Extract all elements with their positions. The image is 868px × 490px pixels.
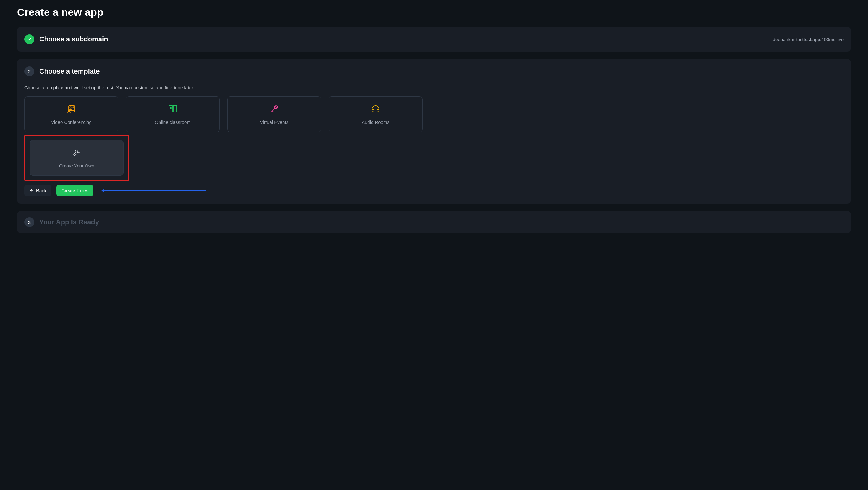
create-roles-button[interactable]: Create Roles (56, 185, 93, 196)
step-ready-card: 3 Your App Is Ready (17, 211, 851, 233)
template-label: Video Conferencing (51, 120, 92, 125)
actions-row: Back Create Roles (24, 185, 844, 196)
book-icon (168, 104, 178, 114)
step-subdomain-card: Choose a subdomain deepankar-testtest.ap… (17, 27, 851, 52)
step-subdomain-header: Choose a subdomain deepankar-testtest.ap… (24, 34, 844, 44)
arrow-head-icon (101, 189, 104, 193)
template-online-classroom[interactable]: Online classroom (126, 96, 220, 132)
svg-line-12 (275, 106, 277, 108)
page-title: Create a new app (17, 6, 851, 18)
step-template-header-left: 2 Choose a template (24, 66, 100, 76)
step-ready-title: Your App Is Ready (39, 218, 99, 226)
arrow-line (104, 190, 207, 191)
video-conferencing-icon (66, 104, 76, 114)
step-template-card: 2 Choose a template Choose a template an… (17, 59, 851, 204)
back-button[interactable]: Back (24, 185, 51, 196)
check-icon (24, 34, 34, 44)
step-subdomain-header-left: Choose a subdomain (24, 34, 108, 44)
template-label: Audio Rooms (362, 120, 390, 125)
step-template-description: Choose a template and we'll set up the r… (24, 85, 844, 90)
template-label: Online classroom (155, 120, 191, 125)
template-virtual-events[interactable]: Virtual Events (227, 96, 321, 132)
create-roles-button-label: Create Roles (61, 188, 88, 193)
template-audio-rooms[interactable]: Audio Rooms (329, 96, 423, 132)
headphones-icon (371, 104, 380, 114)
back-button-label: Back (36, 188, 46, 193)
step-number-badge: 2 (24, 66, 34, 76)
template-label: Virtual Events (260, 120, 288, 125)
microphone-icon (269, 104, 279, 114)
template-video-conferencing[interactable]: Video Conferencing (24, 96, 118, 132)
svg-point-1 (70, 107, 71, 108)
arrow-left-icon (29, 189, 34, 193)
step-template-header: 2 Choose a template (24, 66, 844, 76)
step-ready-header-left: 3 Your App Is Ready (24, 217, 99, 227)
template-label: Create Your Own (59, 163, 94, 168)
arrow-annotation (101, 189, 207, 193)
template-create-your-own[interactable]: Create Your Own (30, 140, 124, 176)
wrench-icon (72, 148, 82, 158)
step-number-badge: 3 (24, 217, 34, 227)
highlight-annotation: Create Your Own (24, 135, 129, 181)
step-template-title: Choose a template (39, 67, 100, 75)
templates-grid: Video Conferencing Online classroom (24, 96, 844, 132)
step-subdomain-title: Choose a subdomain (39, 35, 108, 43)
subdomain-value: deepankar-testtest.app.100ms.live (773, 37, 844, 42)
svg-point-2 (73, 107, 74, 107)
svg-line-11 (272, 111, 273, 112)
step-ready-header: 3 Your App Is Ready (24, 217, 844, 227)
